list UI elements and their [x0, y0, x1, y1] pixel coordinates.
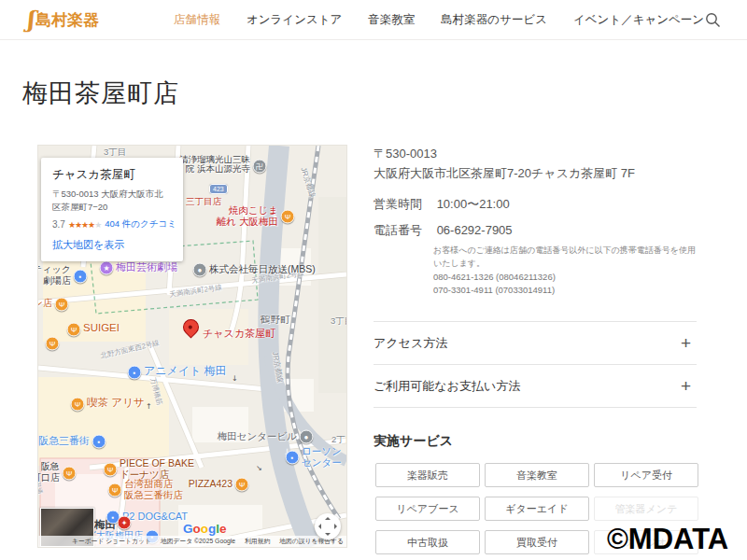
attribution-link[interactable]: 地図の誤りを報告する: [279, 537, 344, 546]
hours-row: 営業時間 10:00〜21:00: [374, 196, 510, 213]
map-poi-label: P2 DOG&CAT: [122, 511, 188, 523]
map-attribution: キーボード ショートカット地図データ ©2025 Google利用規約地図の誤り…: [38, 536, 346, 547]
map-poi-label: 梅田芸術劇場: [116, 261, 177, 273]
map-poi-label: 梅田センタービル: [218, 430, 297, 441]
logo-text: 島村楽器: [35, 9, 99, 31]
map-poi-label: 台湾甜商店阪急三番街店: [124, 478, 183, 500]
map-street-label: 鶴野町: [261, 314, 290, 325]
svg-text:↑: ↑: [146, 402, 152, 411]
map-poi-label: SUIGEI: [83, 322, 120, 334]
map-poi-label: アニメイト 梅田: [144, 365, 227, 378]
reviews-link[interactable]: 404 件のクチコミ: [105, 218, 176, 231]
nav-item[interactable]: 音楽教室: [368, 12, 415, 28]
map-poi-label: ン店: [37, 298, 52, 309]
service-button[interactable]: ギターエイド: [485, 497, 589, 521]
building-poi-icon[interactable]: ●: [300, 430, 314, 444]
pan-left-icon: [318, 524, 321, 529]
logo-clef-icon: ʃ: [26, 8, 34, 31]
accordion-row[interactable]: ご利用可能なお支払い方法+: [374, 364, 697, 407]
accordion-label: ご利用可能なお支払い方法: [374, 378, 520, 395]
restaurant-poi-icon[interactable]: Ψ: [55, 298, 69, 312]
map-poi-label: 喫茶 アリサ: [87, 397, 145, 409]
service-button[interactable]: 楽器販売: [375, 463, 480, 487]
phone-value: 06-6292-7905: [437, 223, 513, 237]
attribution-link[interactable]: 利用規約: [245, 537, 270, 546]
nav-item[interactable]: イベント／キャンペーン: [573, 12, 704, 28]
restaurant-poi-icon[interactable]: Ψ: [281, 210, 295, 224]
google-logo[interactable]: Google: [183, 522, 227, 536]
hours-label: 営業時間: [374, 196, 433, 213]
svg-text:↓: ↓: [232, 374, 238, 383]
service-button[interactable]: 買取受付: [485, 530, 589, 554]
pan-control[interactable]: [315, 513, 341, 539]
map-embed[interactable]: ↑↑↓ ↑↓↘↑ 3丁目JR京都線三丁目店天満南浜町2号線天満南浜町2号線鶴野町…: [37, 145, 347, 548]
restaurant-poi-icon[interactable]: Ψ: [63, 467, 77, 481]
service-button[interactable]: 音楽教室: [485, 463, 589, 487]
plus-icon: +: [681, 376, 691, 397]
store-address: 大阪府大阪市北区茶屋町7-20チャスカ茶屋町 7F: [374, 165, 635, 182]
map-card-rating-row: 3.7 ★★★★★ 404 件のクチコミ: [52, 218, 172, 231]
map-street-label: 3丁目: [104, 147, 126, 158]
accordion-row[interactable]: アクセス方法+: [374, 321, 697, 364]
temple-poi-icon[interactable]: 卍: [253, 160, 267, 174]
building-poi-icon[interactable]: ●: [193, 263, 207, 277]
watermark: ©MDATA: [607, 523, 728, 556]
plus-icon: +: [681, 333, 691, 354]
nav-item[interactable]: オンラインストア: [247, 12, 342, 28]
map-street-label: 3丁目: [331, 316, 347, 327]
attribution-link[interactable]: キーボード ショートカット: [72, 537, 151, 546]
nav-item[interactable]: 店舗情報: [174, 12, 220, 28]
service-button[interactable]: リペア受付: [594, 463, 698, 487]
map-poi-label: ローソンセンター: [302, 445, 342, 468]
shop-poi-icon[interactable]: ▪: [128, 366, 142, 380]
shop-poi-icon[interactable]: ▪: [74, 270, 88, 284]
phone-label: 電話番号: [374, 222, 433, 239]
map-card-address: 〒530-0013 大阪府大阪市北区茶屋町7−20: [52, 188, 172, 214]
map-marker-label: チャスカ茶屋町: [203, 327, 275, 341]
theater-poi-icon[interactable]: ★: [100, 261, 114, 275]
restaurant-poi-icon[interactable]: Ψ: [67, 323, 81, 337]
map-poi-label: 焼肉こじま離れ 大阪梅田: [217, 204, 278, 227]
map-street-label: 2丁目: [331, 435, 347, 445]
station-poi-icon[interactable]: ✦: [118, 516, 132, 530]
service-button[interactable]: リペアブース: [375, 497, 480, 521]
main-nav: 店舗情報オンラインストア音楽教室島村楽器のサービスイベント／キャンペーン: [174, 12, 704, 28]
service-button[interactable]: 中古取扱: [375, 530, 480, 554]
map-poi-label: 阪急三番街: [38, 435, 90, 447]
pan-up-icon: [325, 517, 331, 520]
mobile-number: 070-3301-4911 (07033014911): [433, 284, 702, 297]
restaurant-poi-icon[interactable]: Ψ: [108, 483, 122, 497]
restaurant-poi-icon[interactable]: Ψ: [46, 337, 60, 351]
rating-stars-icon: ★★★★★: [68, 219, 102, 230]
route-shield: 423: [209, 184, 228, 194]
phone-note: お客様へのご連絡は店舗の電話番号以外に以下の携帯電話番号を使用いたします。 08…: [433, 245, 702, 297]
svg-text:↘: ↘: [256, 464, 262, 472]
site-header: ʃ 島村楽器 店舗情報オンラインストア音楽教室島村楽器のサービスイベント／キャン…: [0, 0, 747, 40]
service-button: 管楽器メンテ: [594, 497, 698, 521]
accordion-label: アクセス方法: [374, 335, 447, 352]
enlarge-map-link[interactable]: 拡大地図を表示: [52, 238, 172, 252]
map-poi-label: 清浄瑠璃光山三昧院 浜本山源光寺: [179, 155, 250, 175]
map-info-card: チャスカ茶屋町 〒530-0013 大阪府大阪市北区茶屋町7−20 3.7 ★★…: [41, 158, 183, 261]
map-poi-label: PIECE OF BAKEドーナツ店: [120, 457, 194, 480]
map-poi-label: 株式会社毎日放送(MBS): [209, 263, 316, 274]
phone-note-text: お客様へのご連絡は店舗の電話番号以外に以下の携帯電話番号を使用いたします。: [433, 245, 696, 268]
services-title: 実施サービス: [374, 433, 453, 450]
shop-poi-icon[interactable]: ▪: [92, 435, 106, 449]
map-poi-label: ティック劇場店: [37, 264, 71, 286]
map-poi-label: PIZZA423: [189, 478, 233, 489]
attribution-text: 地図データ ©2025 Google: [161, 537, 235, 546]
map-card-title: チャスカ茶屋町: [52, 167, 172, 183]
convenience-poi-icon[interactable]: ▪: [286, 451, 300, 465]
rating-value: 3.7: [52, 219, 65, 230]
logo[interactable]: ʃ 島村楽器: [26, 8, 99, 31]
restaurant-poi-icon[interactable]: Ψ: [235, 478, 249, 492]
postal-code: 〒530-0013: [374, 146, 437, 162]
cafe-poi-icon[interactable]: Ψ: [71, 398, 85, 412]
accordion-group: アクセス方法+ご利用可能なお支払い方法+: [374, 321, 697, 408]
map-poi-label: 阪急町口店: [37, 461, 60, 483]
pan-down-icon: [325, 533, 331, 536]
search-icon[interactable]: [705, 12, 721, 28]
restaurant-poi-icon[interactable]: Ψ: [104, 463, 118, 477]
nav-item[interactable]: 島村楽器のサービス: [441, 12, 547, 28]
